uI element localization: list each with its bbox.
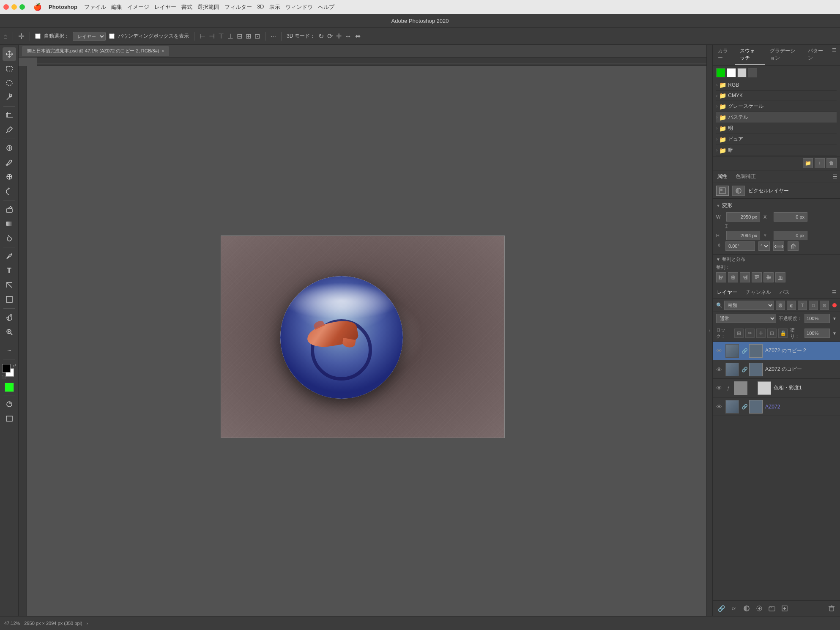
layer-item[interactable]: 👁 🔗 AZ072 のコピー (713, 360, 840, 379)
filter-adj-icon[interactable]: ◐ (787, 301, 796, 310)
tab-close-icon[interactable]: × (162, 49, 164, 53)
add-swatch-icon[interactable]: + (815, 158, 825, 168)
menu-3d[interactable]: 3D (257, 3, 264, 11)
lock-move-icon[interactable]: ✛ (756, 329, 766, 338)
3d-rotate-icon[interactable]: ↻ (318, 32, 324, 40)
filter-pixel-icon[interactable]: 🖼 (776, 301, 785, 310)
new-group-icon[interactable]: 📁 (803, 158, 813, 168)
3d-pan-icon[interactable]: ✛ (336, 32, 342, 40)
3d-roll-icon[interactable]: ⟳ (327, 32, 333, 40)
menu-image[interactable]: イメージ (127, 3, 149, 11)
align-center-v-icon[interactable]: ⊟ (237, 32, 242, 40)
align-top-icon[interactable] (752, 272, 762, 282)
align-bottom-icon[interactable] (775, 272, 785, 282)
eyedropper-tool[interactable] (3, 123, 16, 137)
swatch-dark-gray[interactable] (748, 68, 757, 77)
filter-smartobj-icon[interactable]: ⊡ (820, 301, 829, 310)
layers-menu-icon[interactable]: ☰ (829, 287, 840, 298)
swatch-light-gray[interactable] (737, 68, 747, 77)
tab-pattern[interactable]: パターン (803, 45, 829, 65)
healing-tool[interactable] (3, 141, 16, 155)
lock-draw-icon[interactable]: ✏ (745, 329, 755, 338)
menu-edit[interactable]: 編集 (111, 3, 122, 11)
align-right-icon[interactable]: ⊤ (218, 32, 224, 40)
mask-icon[interactable] (732, 186, 745, 196)
layer-dropdown[interactable]: レイヤー (73, 32, 106, 41)
w-input[interactable] (726, 212, 760, 222)
lock-artboard-icon[interactable]: ⊡ (767, 329, 777, 338)
fill-dropdown-icon[interactable]: ▼ (832, 331, 837, 336)
fill-input[interactable] (804, 329, 830, 338)
brush-tool[interactable] (3, 156, 16, 169)
opacity-dropdown-icon[interactable]: ▼ (832, 316, 837, 321)
document-tab[interactable]: 鯛と日本酒完成見本.psd @ 47.1% (AZ072 のコピー 2, RGB… (22, 46, 169, 56)
link-icon[interactable] (723, 223, 730, 230)
align-top-icon[interactable]: ⊥ (227, 32, 233, 40)
angle-unit-select[interactable]: ° (758, 241, 770, 251)
lock-pixel-icon[interactable]: ⊞ (734, 329, 744, 338)
layer-item[interactable]: 👁 ƒ 色相・彩度1 (713, 379, 840, 397)
panel-collapse-handle[interactable]: › (706, 45, 712, 616)
layer-name-link[interactable]: AZ072 (765, 404, 780, 410)
text-tool[interactable]: T (3, 264, 16, 277)
flip-v-icon[interactable]: ⟰ (788, 241, 799, 251)
marquee-tool[interactable] (3, 62, 16, 75)
eraser-tool[interactable] (3, 203, 16, 216)
flip-h-icon[interactable]: ⟺ (773, 241, 784, 251)
group-cmyk[interactable]: › 📁 CMYK (716, 90, 837, 101)
align-bottom-icon[interactable]: ⊞ (246, 32, 251, 40)
menu-view[interactable]: 表示 (269, 3, 280, 11)
align-section-title[interactable]: ▼ 整列と分布 (716, 256, 837, 263)
tab-attributes[interactable]: 属性 (713, 170, 731, 183)
group-dark[interactable]: › 📁 暗 (716, 145, 837, 156)
align-left-icon[interactable]: ⊢ (200, 32, 205, 40)
new-group-icon[interactable] (767, 603, 777, 614)
close-button[interactable] (3, 4, 9, 10)
dodge-tool[interactable] (3, 231, 16, 245)
tab-paths[interactable]: パス (775, 286, 794, 299)
layer-item[interactable]: 👁 🔗 AZ072 のコピー 2 (713, 342, 840, 360)
swatch-white[interactable] (727, 68, 736, 77)
swap-colors-icon[interactable]: ⇄ (13, 363, 16, 367)
x-input[interactable] (774, 212, 807, 222)
move-tool[interactable] (3, 47, 16, 61)
extra-swatch[interactable] (5, 383, 14, 392)
prop-menu-icon[interactable]: ☰ (830, 172, 840, 181)
blend-mode-select[interactable]: 通常 (716, 314, 776, 323)
link-layers-icon[interactable]: 🔗 (716, 603, 726, 614)
3d-slide-icon[interactable]: ↔ (345, 33, 352, 40)
tab-gradation[interactable]: グラデーション (765, 45, 803, 65)
distribute-icon[interactable]: ⊡ (254, 32, 260, 40)
menu-text[interactable]: 書式 (181, 3, 192, 11)
transform-title[interactable]: ▼ 変形 (716, 200, 837, 211)
lock-all-icon[interactable]: 🔒 (778, 329, 788, 338)
panel-menu-icon[interactable]: ☰ (829, 45, 840, 65)
tab-layers[interactable]: レイヤー (713, 286, 741, 299)
align-middle-icon[interactable] (763, 272, 774, 282)
delete-swatch-icon[interactable]: 🗑 (826, 158, 837, 168)
pen-tool[interactable] (3, 249, 16, 263)
3d-scale-icon[interactable]: ⬌ (355, 32, 361, 40)
history-brush-tool[interactable] (3, 184, 16, 198)
new-layer-icon[interactable] (780, 603, 790, 614)
crop-tool[interactable] (3, 109, 16, 122)
path-select-tool[interactable] (3, 278, 16, 292)
gradient-tool[interactable] (3, 217, 16, 230)
menu-help[interactable]: ヘルプ (318, 3, 334, 11)
hand-tool[interactable] (3, 311, 16, 324)
opacity-input[interactable] (804, 314, 830, 323)
tab-channels[interactable]: チャンネル (741, 286, 775, 299)
y-input[interactable] (774, 231, 807, 240)
group-grayscale[interactable]: › 📁 グレースケール (716, 101, 837, 112)
bounding-box-checkbox[interactable] (109, 33, 115, 39)
menu-select[interactable]: 選択範囲 (197, 3, 219, 11)
auto-select-checkbox[interactable] (35, 33, 41, 39)
tab-color[interactable]: カラー (713, 45, 735, 65)
menu-filter[interactable]: フィルター (224, 3, 252, 11)
home-icon[interactable]: ⌂ (3, 33, 8, 40)
magic-wand-tool[interactable] (3, 90, 16, 104)
shape-tool[interactable] (3, 293, 16, 306)
delete-layer-icon[interactable] (826, 603, 837, 614)
layer-item[interactable]: 👁 🔗 AZ072 (713, 397, 840, 416)
fx-icon[interactable]: fx (729, 603, 739, 614)
